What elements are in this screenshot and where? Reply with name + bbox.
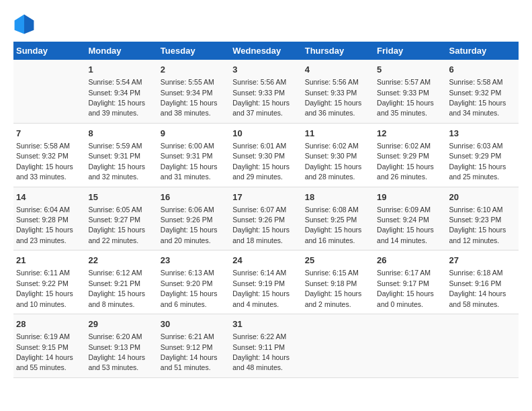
weekday-header-sunday: Sunday [13,42,85,60]
calendar-cell: 10Sunrise: 6:01 AM Sunset: 9:30 PM Dayli… [230,123,302,187]
calendar-cell: 19Sunrise: 6:09 AM Sunset: 9:24 PM Dayli… [374,187,446,250]
day-info: Sunrise: 6:13 AM Sunset: 9:20 PM Dayligh… [161,269,218,308]
week-row-3: 14Sunrise: 6:04 AM Sunset: 9:28 PM Dayli… [13,187,519,250]
calendar-cell: 22Sunrise: 6:12 AM Sunset: 9:21 PM Dayli… [85,250,157,314]
calendar-table: SundayMondayTuesdayWednesdayThursdayFrid… [13,42,519,378]
day-info: Sunrise: 5:59 AM Sunset: 9:31 PM Dayligh… [88,142,145,181]
calendar-cell: 6Sunrise: 5:58 AM Sunset: 9:32 PM Daylig… [447,60,519,123]
calendar-cell: 28Sunrise: 6:19 AM Sunset: 9:15 PM Dayli… [13,314,85,378]
day-number: 31 [232,318,299,330]
day-info: Sunrise: 6:18 AM Sunset: 9:16 PM Dayligh… [449,269,506,308]
calendar-cell: 8Sunrise: 5:59 AM Sunset: 9:31 PM Daylig… [85,123,157,187]
day-info: Sunrise: 6:02 AM Sunset: 9:30 PM Dayligh… [305,142,362,181]
calendar-cell: 21Sunrise: 6:11 AM Sunset: 9:22 PM Dayli… [13,250,85,314]
day-info: Sunrise: 6:17 AM Sunset: 9:17 PM Dayligh… [377,269,434,308]
calendar-cell: 26Sunrise: 6:17 AM Sunset: 9:17 PM Dayli… [374,250,446,314]
weekday-header-friday: Friday [374,42,446,60]
day-number: 18 [305,191,371,203]
day-number: 24 [232,255,299,267]
week-row-4: 21Sunrise: 6:11 AM Sunset: 9:22 PM Dayli… [13,250,519,314]
day-info: Sunrise: 5:56 AM Sunset: 9:33 PM Dayligh… [232,78,290,117]
day-number: 15 [88,191,154,203]
calendar-cell [13,60,85,123]
day-info: Sunrise: 6:06 AM Sunset: 9:26 PM Dayligh… [161,205,218,244]
day-info: Sunrise: 6:20 AM Sunset: 9:13 PM Dayligh… [88,332,145,371]
weekday-header-thursday: Thursday [302,42,374,60]
day-info: Sunrise: 5:58 AM Sunset: 9:32 PM Dayligh… [449,78,506,117]
day-info: Sunrise: 6:08 AM Sunset: 9:25 PM Dayligh… [305,205,362,244]
calendar-cell: 9Sunrise: 6:00 AM Sunset: 9:31 PM Daylig… [158,123,230,187]
day-info: Sunrise: 5:54 AM Sunset: 9:34 PM Dayligh… [88,78,145,117]
day-number: 4 [305,64,371,76]
calendar-cell: 25Sunrise: 6:15 AM Sunset: 9:18 PM Dayli… [302,250,374,314]
day-number: 2 [161,64,227,76]
calendar-cell: 15Sunrise: 6:05 AM Sunset: 9:27 PM Dayli… [85,187,157,250]
calendar-cell: 2Sunrise: 5:55 AM Sunset: 9:34 PM Daylig… [158,60,230,123]
weekday-header-wednesday: Wednesday [230,42,302,60]
day-number: 10 [232,128,299,140]
logo [13,13,38,35]
calendar-cell [374,314,446,378]
calendar-cell: 30Sunrise: 6:21 AM Sunset: 9:12 PM Dayli… [158,314,230,378]
day-number: 11 [305,128,371,140]
calendar-cell: 31Sunrise: 6:22 AM Sunset: 9:11 PM Dayli… [230,314,302,378]
day-info: Sunrise: 6:14 AM Sunset: 9:19 PM Dayligh… [232,269,290,308]
calendar-cell: 16Sunrise: 6:06 AM Sunset: 9:26 PM Dayli… [158,187,230,250]
day-info: Sunrise: 6:09 AM Sunset: 9:24 PM Dayligh… [377,205,434,244]
day-info: Sunrise: 5:58 AM Sunset: 9:32 PM Dayligh… [16,142,73,181]
calendar-cell: 12Sunrise: 6:02 AM Sunset: 9:29 PM Dayli… [374,123,446,187]
weekday-header-saturday: Saturday [447,42,519,60]
day-info: Sunrise: 6:22 AM Sunset: 9:11 PM Dayligh… [232,332,290,371]
day-info: Sunrise: 6:12 AM Sunset: 9:21 PM Dayligh… [88,269,145,308]
day-number: 22 [88,255,154,267]
weekday-header-row: SundayMondayTuesdayWednesdayThursdayFrid… [13,42,519,60]
day-number: 28 [16,318,83,330]
day-info: Sunrise: 6:15 AM Sunset: 9:18 PM Dayligh… [305,269,362,308]
weekday-header-tuesday: Tuesday [158,42,230,60]
day-number: 23 [161,255,227,267]
day-number: 21 [16,255,83,267]
calendar-cell: 17Sunrise: 6:07 AM Sunset: 9:26 PM Dayli… [230,187,302,250]
calendar-cell: 18Sunrise: 6:08 AM Sunset: 9:25 PM Dayli… [302,187,374,250]
page-header [13,13,519,35]
day-info: Sunrise: 6:04 AM Sunset: 9:28 PM Dayligh… [16,205,73,244]
day-number: 6 [449,64,516,76]
day-info: Sunrise: 6:03 AM Sunset: 9:29 PM Dayligh… [449,142,506,181]
calendar-cell: 11Sunrise: 6:02 AM Sunset: 9:30 PM Dayli… [302,123,374,187]
day-info: Sunrise: 5:55 AM Sunset: 9:34 PM Dayligh… [161,78,218,117]
day-number: 30 [161,318,227,330]
day-number: 16 [161,191,227,203]
day-number: 5 [377,64,443,76]
calendar-cell: 27Sunrise: 6:18 AM Sunset: 9:16 PM Dayli… [447,250,519,314]
day-info: Sunrise: 6:00 AM Sunset: 9:31 PM Dayligh… [161,142,218,181]
calendar-cell: 23Sunrise: 6:13 AM Sunset: 9:20 PM Dayli… [158,250,230,314]
day-info: Sunrise: 6:01 AM Sunset: 9:30 PM Dayligh… [232,142,290,181]
logo-icon [13,13,35,35]
day-number: 13 [449,128,516,140]
calendar-cell: 29Sunrise: 6:20 AM Sunset: 9:13 PM Dayli… [85,314,157,378]
day-number: 17 [232,191,299,203]
calendar-cell: 24Sunrise: 6:14 AM Sunset: 9:19 PM Dayli… [230,250,302,314]
svg-marker-1 [24,15,34,34]
calendar-cell: 1Sunrise: 5:54 AM Sunset: 9:34 PM Daylig… [85,60,157,123]
day-info: Sunrise: 6:07 AM Sunset: 9:26 PM Dayligh… [232,205,290,244]
calendar-cell: 14Sunrise: 6:04 AM Sunset: 9:28 PM Dayli… [13,187,85,250]
day-info: Sunrise: 6:05 AM Sunset: 9:27 PM Dayligh… [88,205,145,244]
day-info: Sunrise: 6:02 AM Sunset: 9:29 PM Dayligh… [377,142,434,181]
day-number: 29 [88,318,154,330]
calendar-cell [447,314,519,378]
calendar-cell: 20Sunrise: 6:10 AM Sunset: 9:23 PM Dayli… [447,187,519,250]
svg-marker-2 [15,15,24,34]
calendar-cell: 4Sunrise: 5:56 AM Sunset: 9:33 PM Daylig… [302,60,374,123]
day-number: 7 [16,128,83,140]
day-number: 19 [377,191,443,203]
day-info: Sunrise: 6:21 AM Sunset: 9:12 PM Dayligh… [161,332,218,371]
day-info: Sunrise: 6:19 AM Sunset: 9:15 PM Dayligh… [16,332,73,371]
day-number: 20 [449,191,516,203]
day-info: Sunrise: 6:11 AM Sunset: 9:22 PM Dayligh… [16,269,73,308]
calendar-cell: 3Sunrise: 5:56 AM Sunset: 9:33 PM Daylig… [230,60,302,123]
day-number: 9 [161,128,227,140]
day-info: Sunrise: 6:10 AM Sunset: 9:23 PM Dayligh… [449,205,506,244]
day-number: 3 [232,64,299,76]
week-row-5: 28Sunrise: 6:19 AM Sunset: 9:15 PM Dayli… [13,314,519,378]
